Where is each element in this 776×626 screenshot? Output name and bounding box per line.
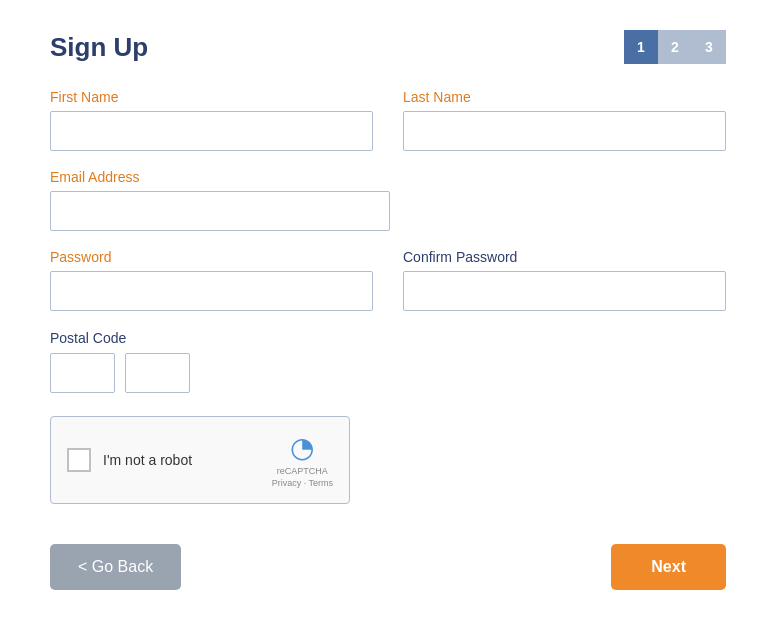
first-name-label: First Name — [50, 89, 373, 105]
confirm-password-label: Confirm Password — [403, 249, 726, 265]
captcha-icon: ◔ — [290, 431, 314, 464]
password-label: Password — [50, 249, 373, 265]
email-group: Email Address — [50, 169, 390, 231]
form-section: First Name Last Name Email Address Passw… — [50, 89, 726, 590]
last-name-label: Last Name — [403, 89, 726, 105]
postal-code-label: Postal Code — [50, 330, 126, 346]
captcha-container[interactable]: I'm not a robot ◔ reCAPTCHA Privacy · Te… — [50, 416, 350, 504]
step-indicators: 1 2 3 — [624, 30, 726, 64]
postal-code-section: Postal Code — [50, 329, 726, 393]
step-indicator-3: 3 — [692, 30, 726, 64]
page-container: Sign Up 1 2 3 First Name Last Name — [50, 30, 726, 590]
last-name-group: Last Name — [403, 89, 726, 151]
captcha-logo: ◔ reCAPTCHA Privacy · Terms — [272, 431, 333, 489]
first-name-group: First Name — [50, 89, 373, 151]
captcha-checkbox[interactable] — [67, 448, 91, 472]
postal-code-input-2[interactable] — [125, 353, 190, 393]
last-name-input[interactable] — [403, 111, 726, 151]
first-name-input[interactable] — [50, 111, 373, 151]
go-back-button[interactable]: < Go Back — [50, 544, 181, 590]
confirm-password-input[interactable] — [403, 271, 726, 311]
confirm-password-group: Confirm Password — [403, 249, 726, 311]
password-input[interactable] — [50, 271, 373, 311]
postal-inputs — [50, 353, 726, 393]
name-row: First Name Last Name — [50, 89, 726, 151]
button-row: < Go Back Next — [50, 544, 726, 590]
postal-code-input-1[interactable] — [50, 353, 115, 393]
email-input[interactable] — [50, 191, 390, 231]
page-title: Sign Up — [50, 32, 148, 63]
password-group: Password — [50, 249, 373, 311]
header-row: Sign Up 1 2 3 — [50, 30, 726, 64]
email-label: Email Address — [50, 169, 390, 185]
step-indicator-1: 1 — [624, 30, 658, 64]
next-button[interactable]: Next — [611, 544, 726, 590]
captcha-brand: reCAPTCHA Privacy · Terms — [272, 466, 333, 489]
captcha-label: I'm not a robot — [103, 452, 260, 468]
password-row: Password Confirm Password — [50, 249, 726, 311]
email-row: Email Address — [50, 169, 726, 231]
step-indicator-2: 2 — [658, 30, 692, 64]
